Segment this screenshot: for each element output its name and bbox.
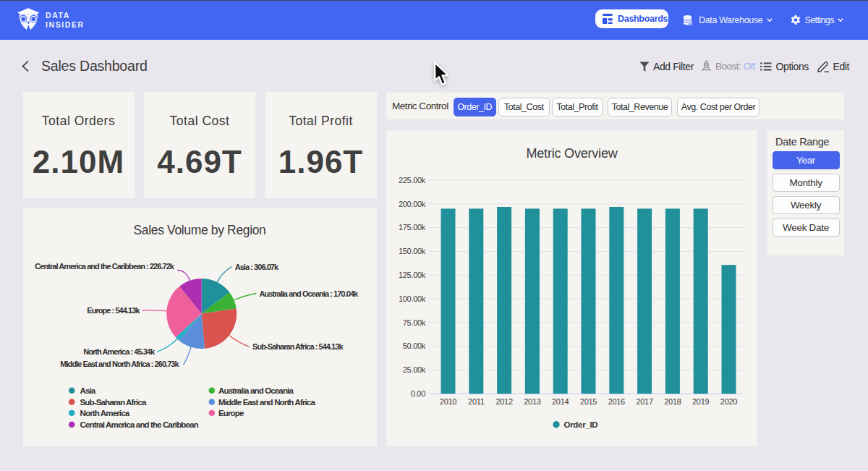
svg-text:2015: 2015 — [580, 397, 597, 406]
svg-text:Australia and Oceania : 170.04: Australia and Oceania : 170.04k — [259, 289, 358, 297]
svg-text:2016: 2016 — [608, 397, 625, 406]
svg-text:Middle East and North Africa: Middle East and North Africa — [218, 397, 315, 406]
svg-text:Sub-Saharan Africa: Sub-Saharan Africa — [80, 397, 146, 406]
svg-text:Sub-Saharan Africa : 544.13k: Sub-Saharan Africa : 544.13k — [252, 342, 344, 351]
svg-text:175.00k: 175.00k — [399, 223, 426, 232]
svg-text:2020: 2020 — [720, 397, 737, 406]
svg-text:100.00k: 100.00k — [399, 294, 426, 302]
svg-text:2019: 2019 — [692, 397, 709, 406]
svg-text:75.00k: 75.00k — [403, 318, 426, 326]
svg-text:25.00k: 25.00k — [403, 365, 426, 374]
svg-text:225.00k: 225.00k — [399, 175, 426, 184]
svg-text:200.00k: 200.00k — [399, 199, 426, 208]
svg-text:Central America and the Caribb: Central America and the Caribbean : 226.… — [35, 261, 174, 270]
svg-text:Europe: Europe — [218, 408, 244, 417]
svg-text:2018: 2018 — [664, 397, 681, 406]
svg-text:125.00k: 125.00k — [399, 271, 426, 279]
svg-text:Order_ID: Order_ID — [564, 420, 598, 429]
svg-text:2017: 2017 — [636, 397, 652, 406]
svg-text:Australia and Oceania: Australia and Oceania — [218, 386, 294, 394]
svg-text:Middle East and North Africa :: Middle East and North Africa : 260.73k — [60, 360, 179, 368]
svg-text:Central America and the Caribb: Central America and the Caribbean — [80, 420, 198, 428]
svg-text:North America: North America — [80, 408, 129, 417]
svg-text:2013: 2013 — [524, 397, 540, 406]
svg-text:North America : 45.34k: North America : 45.34k — [83, 347, 156, 356]
svg-text:Europe : 544.13k: Europe : 544.13k — [87, 306, 140, 315]
svg-text:Asia: Asia — [80, 386, 95, 394]
svg-text:2011: 2011 — [468, 397, 485, 406]
svg-text:2010: 2010 — [440, 397, 456, 406]
svg-text:50.00k: 50.00k — [403, 341, 426, 350]
svg-text:2012: 2012 — [495, 397, 512, 406]
svg-text:0.00: 0.00 — [411, 389, 425, 398]
svg-text:Asia : 306.07k: Asia : 306.07k — [234, 262, 278, 271]
svg-text:150.00k: 150.00k — [399, 247, 426, 255]
svg-text:2014: 2014 — [552, 397, 569, 406]
